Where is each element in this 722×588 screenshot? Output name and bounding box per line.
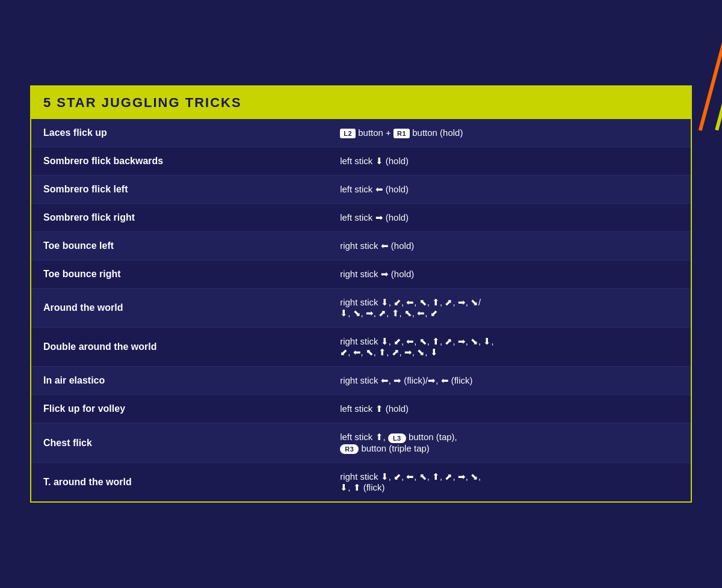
trick-name: Toe bounce left (31, 232, 328, 260)
tricks-card: 5 STAR JUGGLING TRICKS Laces flick upL2 … (30, 85, 692, 502)
trick-name: T. around the world (31, 462, 328, 501)
trick-control: left stick ⬅ (hold) (328, 176, 691, 204)
table-row: Toe bounce rightright stick ➡ (hold) (31, 260, 691, 289)
tricks-table: Laces flick upL2 button + R1 button (hol… (31, 119, 691, 501)
table-row: In air elasticoright stick ⬅, ➡ (flick)/… (31, 367, 691, 395)
trick-name: Chest flick (31, 423, 328, 462)
table-row: Flick up for volleyleft stick ⬆ (hold) (31, 395, 691, 423)
table-row: Around the worldright stick ⬇, ⬋, ⬅, ⬉, … (31, 289, 691, 328)
trick-control: right stick ⬅ (hold) (328, 232, 691, 260)
trick-control: right stick ⬅, ➡ (flick)/➡, ⬅ (flick) (328, 367, 691, 395)
table-row: Sombrero flick backwardsleft stick ⬇ (ho… (31, 147, 691, 176)
trick-control: left stick ⬆, L3 button (tap),R3 button … (328, 423, 691, 462)
trick-control: left stick ⬇ (hold) (328, 147, 691, 176)
table-row: Sombrero flick rightleft stick ➡ (hold) (31, 204, 691, 232)
table-row: Laces flick upL2 button + R1 button (hol… (31, 119, 691, 147)
card-header: 5 STAR JUGGLING TRICKS (31, 87, 691, 119)
trick-control: right stick ⬇, ⬋, ⬅, ⬉, ⬆, ⬈, ➡, ⬊,⬇, ⬆ … (328, 462, 691, 501)
table-row: T. around the worldright stick ⬇, ⬋, ⬅, … (31, 462, 691, 501)
trick-control: right stick ⬇, ⬋, ⬅, ⬉, ⬆, ⬈, ➡, ⬊/⬇, ⬊,… (328, 289, 691, 328)
trick-control: left stick ➡ (hold) (328, 204, 691, 232)
trick-control: left stick ⬆ (hold) (328, 395, 691, 423)
trick-name: Double around the world (31, 328, 328, 367)
trick-name: Around the world (31, 289, 328, 328)
trick-name: Toe bounce right (31, 260, 328, 289)
trick-control: right stick ➡ (hold) (328, 260, 691, 289)
table-row: Toe bounce leftright stick ⬅ (hold) (31, 232, 691, 260)
trick-name: Laces flick up (31, 119, 328, 147)
table-row: Double around the worldright stick ⬇, ⬋,… (31, 328, 691, 367)
card-title: 5 STAR JUGGLING TRICKS (43, 95, 679, 111)
trick-name: In air elastico (31, 367, 328, 395)
table-row: Sombrero flick leftleft stick ⬅ (hold) (31, 176, 691, 204)
trick-name: Flick up for volley (31, 395, 328, 423)
trick-name: Sombrero flick right (31, 204, 328, 232)
trick-name: Sombrero flick backwards (31, 147, 328, 176)
table-row: Chest flickleft stick ⬆, L3 button (tap)… (31, 423, 691, 462)
trick-name: Sombrero flick left (31, 176, 328, 204)
trick-control: right stick ⬇, ⬋, ⬅, ⬉, ⬆, ⬈, ➡, ⬊, ⬇,⬋,… (328, 328, 691, 367)
trick-control: L2 button + R1 button (hold) (328, 119, 691, 147)
